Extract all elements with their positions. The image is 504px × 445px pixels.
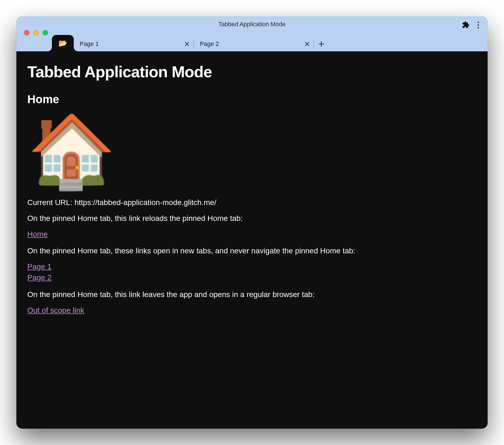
close-icon[interactable] (304, 41, 310, 47)
house-icon: 🏠 (27, 115, 477, 186)
link-out-of-scope[interactable]: Out of scope link (27, 305, 477, 316)
current-url-label: Current URL: (27, 198, 75, 207)
paragraph-open-new: On the pinned Home tab, these links open… (27, 246, 477, 256)
current-url-line: Current URL: https://tabbed-application-… (27, 197, 477, 208)
new-tab-button[interactable] (314, 37, 329, 51)
current-url-value: https://tabbed-application-mode.glitch.m… (75, 198, 217, 207)
tab-page-2[interactable]: Page 2 (194, 37, 314, 51)
folder-icon: 📂 (58, 40, 67, 47)
window-minimize-button[interactable] (33, 30, 39, 35)
tab-divider (314, 39, 314, 49)
window-close-button[interactable] (24, 30, 29, 35)
window-title: Tabbed Application Mode (16, 21, 488, 28)
traffic-lights (24, 30, 48, 35)
window-zoom-button[interactable] (43, 30, 48, 35)
link-home[interactable]: Home (27, 229, 477, 239)
tab-label: Page 1 (80, 40, 184, 48)
paragraph-leave: On the pinned Home tab, this link leaves… (27, 289, 477, 300)
close-icon[interactable] (184, 41, 190, 47)
page-title: Tabbed Application Mode (27, 61, 477, 82)
tab-label: Page 2 (200, 40, 304, 48)
extensions-icon[interactable] (462, 21, 470, 29)
app-menu-button[interactable] (473, 20, 483, 29)
app-window: Tabbed Application Mode 📂 (16, 16, 488, 429)
link-page-1[interactable]: Page 1 (27, 262, 477, 272)
tab-page-1[interactable]: Page 1 (74, 37, 194, 51)
titlebar: Tabbed Application Mode 📂 (16, 16, 488, 51)
tab-pinned-home[interactable]: 📂 (52, 35, 74, 51)
page-content: Tabbed Application Mode Home 🏠 Current U… (16, 51, 488, 429)
tab-strip: 📂 Page 1 Page 2 (16, 32, 488, 51)
paragraph-reload: On the pinned Home tab, this link reload… (27, 213, 477, 224)
page-subtitle: Home (27, 92, 477, 107)
link-page-2[interactable]: Page 2 (27, 272, 477, 283)
